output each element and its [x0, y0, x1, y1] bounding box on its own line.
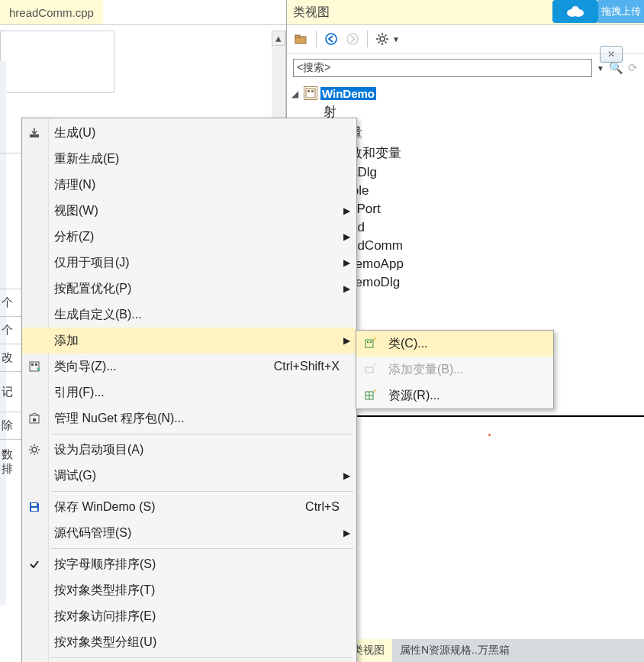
svg-line-33 [37, 446, 39, 447]
svg-rect-15 [311, 90, 314, 92]
menu-item-label: 按字母顺序排序(S) [54, 557, 349, 573]
svg-text:+: + [373, 363, 377, 369]
search-dropdown[interactable]: ▼ [597, 64, 604, 73]
menu-item[interactable]: 按对象访问排序(E) [22, 603, 356, 629]
svg-rect-24 [33, 418, 36, 421]
project-icon [304, 86, 317, 100]
svg-line-30 [31, 446, 32, 447]
menu-separator [51, 548, 353, 549]
menu-item[interactable]: 按字母顺序排序(S) [22, 551, 356, 577]
fragment: 记 [0, 371, 21, 412]
menu-item[interactable]: 视图(W)▶ [22, 198, 356, 224]
svg-rect-1 [295, 35, 300, 37]
class-view-title: 类视图 [293, 5, 330, 21]
menu-item-label: 保存 WinDemo (S) [54, 499, 305, 515]
svg-line-12 [385, 35, 387, 37]
menu-item-label: 添加 [54, 333, 349, 349]
search-input[interactable] [293, 59, 592, 77]
gear-icon [27, 442, 42, 457]
fragment: 改 [0, 344, 21, 371]
menu-item[interactable]: 设为启动项目(A) [22, 437, 356, 463]
menu-item[interactable]: 仅用于项目(J)▶ [22, 250, 356, 276]
collapse-arrow-icon[interactable]: ◢ [291, 89, 301, 98]
search-icon[interactable]: 🔍 [609, 61, 623, 75]
menu-item[interactable]: 源代码管理(S)▶ [22, 520, 356, 546]
menu-item[interactable]: 管理 NuGet 程序包(N)... [22, 405, 356, 431]
menu-item-label: 设为启动项目(A) [54, 442, 349, 458]
svg-rect-37 [367, 341, 369, 343]
fragment: 数排 [0, 439, 21, 484]
submenu-item-label: 资源(R)... [388, 388, 546, 404]
tab-properties[interactable]: 属性N资源规格..万黑箱 [392, 639, 517, 662]
svg-text:+: + [373, 337, 377, 343]
class-view-toolbar: ▼ [287, 24, 644, 54]
menu-item[interactable]: 引用(F)... [22, 379, 356, 405]
submenu-item-label: 添加变量(B)... [388, 362, 546, 378]
menu-item-label: 生成自定义(B)... [54, 307, 349, 323]
svg-rect-19 [30, 134, 39, 137]
menu-item-label: 管理 NuGet 程序包(N)... [54, 411, 349, 427]
svg-rect-34 [31, 503, 37, 506]
menu-item[interactable]: 按配置优化(P)▶ [22, 276, 356, 302]
menu-item[interactable]: 调试(G)▶ [22, 463, 356, 489]
svg-rect-36 [365, 340, 373, 347]
settings-gear-icon[interactable] [374, 31, 391, 47]
marker-dot [488, 434, 491, 436]
menu-item-label: 调试(G) [54, 468, 349, 484]
menu-item[interactable]: 生成(U) [22, 120, 356, 146]
svg-line-11 [378, 42, 380, 44]
file-tab-label: hreadComm.cpp [9, 6, 94, 19]
wizard-icon [27, 359, 42, 374]
svg-line-9 [378, 35, 380, 37]
build-icon [27, 125, 42, 140]
svg-point-25 [32, 447, 37, 452]
menu-item[interactable]: 添加▶ [22, 328, 356, 354]
file-tab[interactable]: hreadComm.cpp [0, 0, 103, 24]
nuget-icon [27, 411, 42, 426]
fragment [0, 153, 21, 289]
submenu-item[interactable]: +资源(R)... [356, 383, 553, 409]
menu-item[interactable]: 重新生成(E) [22, 146, 356, 172]
svg-line-10 [385, 42, 387, 44]
svg-rect-13 [306, 89, 315, 98]
save-icon [27, 499, 42, 515]
drag-upload-badge[interactable]: 拖拽上传 [598, 0, 644, 23]
class-add-icon: + [362, 336, 378, 351]
menu-shortcut: Ctrl+S [305, 500, 340, 514]
check-icon [27, 557, 42, 572]
settings-dropdown-chevron[interactable]: ▼ [392, 35, 400, 44]
new-folder-icon[interactable] [293, 31, 310, 47]
scroll-up-button[interactable]: ▴ [272, 31, 285, 46]
submenu-arrow-icon: ▶ [343, 231, 350, 242]
cloud-badge[interactable] [552, 0, 598, 23]
menu-item[interactable]: 按对象类型排序(T) [22, 577, 356, 603]
svg-point-3 [347, 34, 358, 44]
svg-point-18 [572, 6, 579, 14]
menu-separator [51, 657, 353, 658]
menu-item-label: 清理(N) [54, 177, 349, 193]
menu-item-label: 视图(W) [54, 203, 349, 219]
submenu-item: +添加变量(B)... [356, 357, 553, 383]
menu-item[interactable]: 类向导(Z)...Ctrl+Shift+X [22, 354, 356, 379]
back-icon[interactable] [323, 31, 340, 47]
document-panel-stub [0, 31, 114, 93]
forward-icon [344, 31, 361, 47]
fragment: 个 [0, 316, 21, 344]
tree-root[interactable]: ◢ WinDemo [287, 85, 644, 102]
menu-separator [51, 491, 353, 492]
menu-item[interactable]: 保存 WinDemo (S)Ctrl+S [22, 494, 356, 520]
svg-text:+: + [373, 389, 377, 395]
context-menu: 生成(U)重新生成(E)清理(N)视图(W)▶分析(Z)▶仅用于项目(J)▶按配… [21, 118, 357, 662]
menu-item-label: 引用(F)... [54, 385, 349, 401]
submenu-arrow-icon: ▶ [343, 283, 350, 294]
fragment: 除 [0, 412, 21, 439]
menu-item-label: 仅用于项目(J) [54, 255, 349, 271]
menu-item[interactable]: 分析(Z)▶ [22, 224, 356, 250]
fragment: 个 [0, 289, 21, 316]
menu-item[interactable]: 按对象类型分组(U) [22, 629, 356, 655]
submenu-item[interactable]: +类(C)... [356, 331, 553, 357]
svg-rect-14 [308, 90, 310, 92]
menu-item-label: 按对象访问排序(E) [54, 609, 349, 625]
menu-item[interactable]: 清理(N) [22, 172, 356, 198]
menu-item[interactable]: 生成自定义(B)... [22, 302, 356, 328]
